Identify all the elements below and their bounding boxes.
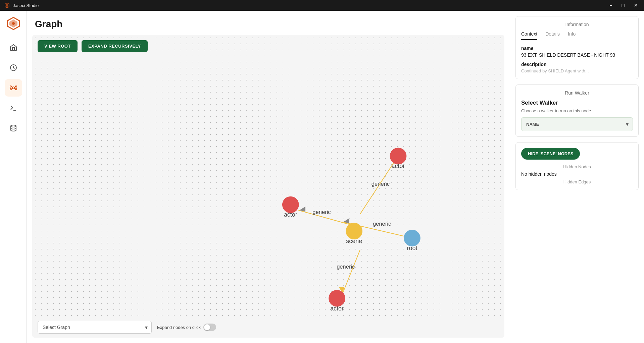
- node-actor1[interactable]: [390, 148, 407, 165]
- name-label: name: [521, 46, 633, 51]
- svg-line-10: [14, 87, 15, 88]
- svg-point-6: [15, 86, 17, 87]
- walker-select-wrapper: NAME ▾: [521, 117, 633, 131]
- edge-scene-actor1: [360, 163, 394, 214]
- graph-area: VIEW ROOT EXPAND RECURSIVELY generic gen…: [32, 35, 504, 338]
- graph-footer: Select Graph ▾ Expand nodes on click: [32, 317, 504, 338]
- select-graph-dropdown[interactable]: Select Graph: [38, 321, 152, 334]
- svg-point-2: [12, 22, 15, 25]
- description-label: description: [521, 62, 633, 67]
- hide-scene-nodes-button[interactable]: HIDE 'SCENE' NODES: [521, 148, 580, 160]
- node-label-actor2: actor: [284, 211, 297, 218]
- description-preview: Continued by SHIELD Agent with...: [521, 68, 633, 73]
- sidebar-item-dashboard[interactable]: [5, 59, 22, 76]
- node-label-actor3: actor: [330, 305, 344, 312]
- run-walker-section: Run Walker Select Walker Choose a walker…: [515, 84, 639, 137]
- sidebar-logo: [6, 16, 21, 31]
- svg-line-12: [14, 89, 15, 89]
- edge-scene-actor3: [343, 250, 360, 294]
- main-content: Graph VIEW ROOT EXPAND RECURSIVELY gener…: [27, 11, 510, 343]
- name-value: 93 EXT. SHIELD DESERT BASE - NIGHT 93: [521, 52, 633, 58]
- view-root-button[interactable]: VIEW ROOT: [38, 40, 78, 52]
- svg-point-5: [10, 86, 11, 87]
- expand-nodes-text: Expand nodes on click: [157, 325, 201, 330]
- tab-context[interactable]: Context: [521, 31, 537, 40]
- close-button[interactable]: ✕: [632, 2, 640, 9]
- run-walker-title: Run Walker: [521, 90, 633, 96]
- page-title: Graph: [27, 19, 510, 35]
- walker-chevron-icon: ▾: [622, 118, 633, 131]
- information-section: Information Context Details Info name 93…: [515, 16, 639, 79]
- right-panel-scrollable[interactable]: Information Context Details Info name 93…: [510, 11, 644, 343]
- tab-info[interactable]: Info: [568, 31, 576, 40]
- svg-line-9: [11, 87, 13, 88]
- dashboard-icon: [9, 64, 17, 72]
- node-label-actor1: actor: [392, 163, 405, 169]
- expand-nodes-toggle[interactable]: [203, 324, 216, 331]
- tab-details[interactable]: Details: [545, 31, 560, 40]
- title-bar-title: Jaseci Studio: [13, 3, 39, 8]
- title-bar-left: Jaseci Studio: [4, 2, 39, 8]
- sidebar-item-home[interactable]: [5, 39, 22, 56]
- hidden-nodes-title: Hidden Nodes: [521, 164, 633, 169]
- hidden-edges-title: Hidden Edges: [521, 179, 633, 184]
- node-root[interactable]: [404, 230, 420, 246]
- information-title: Information: [521, 22, 633, 27]
- svg-point-8: [15, 89, 17, 90]
- edge-label-scene-actor1: generic: [371, 181, 390, 187]
- edge-label-scene-actor2: generic: [312, 209, 331, 215]
- graph-icon: [9, 84, 17, 92]
- expand-nodes-label: Expand nodes on click: [157, 324, 216, 331]
- node-label-scene: scene: [346, 238, 362, 244]
- node-scene[interactable]: [346, 223, 362, 239]
- select-graph-wrapper: Select Graph ▾: [38, 321, 152, 334]
- graph-svg: generic generic generic generic: [32, 57, 504, 317]
- graph-canvas[interactable]: generic generic generic generic: [32, 57, 504, 317]
- no-hidden-nodes-text: No hidden nodes: [521, 171, 633, 177]
- edge-label-root-scene: generic: [373, 221, 391, 227]
- hide-scene-section: HIDE 'SCENE' NODES Hidden Nodes No hidde…: [515, 142, 639, 190]
- app-body: Graph VIEW ROOT EXPAND RECURSIVELY gener…: [0, 11, 644, 343]
- home-icon: [9, 44, 17, 52]
- right-panel: Information Context Details Info name 93…: [510, 11, 644, 343]
- node-actor2[interactable]: [282, 196, 299, 213]
- db-icon: [9, 124, 17, 132]
- app-logo-icon: [4, 2, 10, 8]
- sidebar: [0, 11, 27, 343]
- title-bar-controls: − □ ✕: [607, 2, 640, 9]
- graph-toolbar: VIEW ROOT EXPAND RECURSIVELY: [32, 35, 504, 57]
- expand-recursively-button[interactable]: EXPAND RECURSIVELY: [82, 40, 148, 52]
- svg-point-7: [10, 89, 11, 90]
- svg-point-4: [12, 87, 14, 89]
- minimize-button[interactable]: −: [607, 2, 614, 9]
- svg-line-11: [11, 89, 13, 89]
- sidebar-item-db[interactable]: [5, 119, 22, 137]
- title-bar: Jaseci Studio − □ ✕: [0, 0, 644, 11]
- select-walker-title: Select Walker: [521, 100, 633, 106]
- edge-label-scene-actor3: generic: [337, 264, 355, 270]
- node-actor3[interactable]: [329, 290, 345, 307]
- select-walker-sub: Choose a walker to run on this node: [521, 108, 633, 113]
- node-label-root: root: [407, 245, 417, 251]
- info-tabs: Context Details Info: [521, 31, 633, 40]
- sidebar-item-terminal[interactable]: [5, 99, 22, 117]
- maximize-button[interactable]: □: [620, 2, 627, 9]
- sidebar-item-graph[interactable]: [5, 79, 22, 97]
- svg-point-14: [11, 125, 16, 127]
- terminal-icon: [9, 104, 17, 112]
- walker-select[interactable]: NAME: [522, 118, 622, 130]
